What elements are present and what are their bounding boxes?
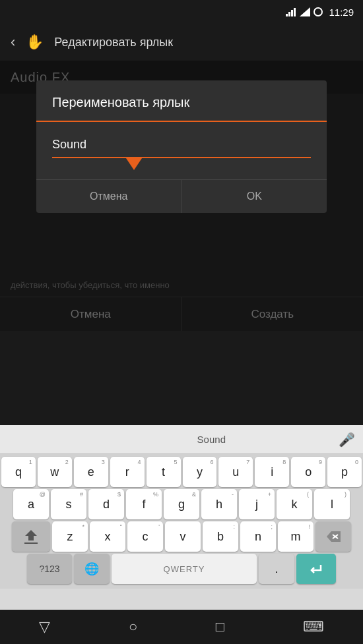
cancel-button[interactable]: Отмена [36, 180, 182, 213]
svg-marker-6 [25, 530, 37, 541]
enter-key[interactable] [296, 554, 336, 584]
back-icon[interactable]: ‹ [11, 34, 15, 51]
key-d[interactable]: $d [88, 489, 124, 519]
key-t[interactable]: 5t [147, 457, 181, 487]
key-z[interactable]: *z [52, 521, 88, 552]
suggestion-word[interactable]: Sound [84, 434, 339, 445]
dialog-input-area [36, 122, 327, 163]
dialog-title: Переименовать ярлык [36, 80, 327, 121]
key-row-1: 1q 2w 3e 4r 5t 6y 7u 8i 9o 0p [1, 457, 362, 487]
shift-icon [24, 529, 38, 541]
home-nav-icon[interactable]: ○ [129, 618, 137, 635]
svg-rect-0 [286, 14, 288, 16]
key-q[interactable]: 1q [1, 457, 36, 487]
num-key[interactable]: ?123 [27, 554, 72, 584]
svg-rect-1 [288, 12, 290, 16]
key-f[interactable]: %f [126, 489, 162, 519]
dot-key[interactable]: . [259, 554, 294, 584]
key-row-2: @a #s $d %f &g -h +j (k )l [1, 489, 362, 519]
space-key[interactable]: QWERTY [112, 554, 257, 584]
key-u[interactable]: 7u [218, 457, 253, 487]
keyboard-area: Sound 🎤 1q 2w 3e 4r 5t 6y 7u 8i 9o 0p @a… [0, 425, 363, 610]
backspace-icon [326, 531, 341, 542]
svg-marker-4 [300, 7, 310, 16]
mobile-signal-icon [300, 7, 310, 16]
key-h[interactable]: -h [201, 489, 237, 519]
key-p[interactable]: 0p [327, 457, 362, 487]
key-row-3: *z "x 'c v :b ;n !m [1, 521, 362, 552]
key-l[interactable]: )l [314, 489, 350, 519]
svg-rect-2 [291, 10, 293, 16]
rename-input[interactable] [52, 135, 311, 158]
key-n[interactable]: ;n [240, 521, 276, 552]
key-i[interactable]: 8i [255, 457, 289, 487]
enter-icon [309, 564, 323, 574]
key-g[interactable]: &g [164, 489, 199, 519]
rename-dialog: Переименовать ярлык Отмена OK [36, 80, 327, 213]
key-row-4: ?123 🌐 QWERTY . [1, 554, 362, 584]
suggestions-bar: Sound 🎤 [0, 425, 363, 454]
key-r[interactable]: 4r [110, 457, 145, 487]
back-nav-icon[interactable]: ▽ [39, 618, 50, 635]
dialog-overlay: Переименовать ярлык Отмена OK [0, 61, 363, 331]
top-nav: ‹ ✋ Редактировать ярлык [0, 24, 363, 61]
key-b[interactable]: :b [203, 521, 238, 552]
status-icons: 11:29 [286, 7, 354, 18]
shift-key[interactable] [12, 521, 50, 552]
ok-button[interactable]: OK [182, 180, 327, 213]
key-o[interactable]: 9o [291, 457, 325, 487]
key-a[interactable]: @a [13, 489, 49, 519]
page-title: Редактировать ярлык [54, 36, 173, 49]
mic-icon[interactable]: 🎤 [339, 432, 355, 448]
key-m[interactable]: !m [278, 521, 314, 552]
status-time: 11:29 [329, 7, 354, 18]
cursor-indicator [126, 158, 142, 170]
key-v[interactable]: v [165, 521, 201, 552]
key-y[interactable]: 6y [183, 457, 217, 487]
keyboard-nav-icon[interactable]: ⌨ [303, 618, 324, 635]
key-c[interactable]: 'c [127, 521, 163, 552]
globe-key[interactable]: 🌐 [74, 554, 110, 584]
status-bar: 11:29 [0, 0, 363, 24]
app-background: Audio FX Переименовать ярлык Отмена OK д… [0, 61, 363, 331]
key-w[interactable]: 2w [38, 457, 72, 487]
svg-rect-3 [294, 8, 296, 16]
dialog-buttons: Отмена OK [36, 179, 327, 213]
keyboard-rows: 1q 2w 3e 4r 5t 6y 7u 8i 9o 0p @a #s $d %… [0, 454, 363, 589]
key-k[interactable]: (k [277, 489, 312, 519]
key-j[interactable]: +j [239, 489, 275, 519]
sync-icon [314, 7, 323, 16]
svg-point-5 [314, 8, 322, 16]
key-s[interactable]: #s [51, 489, 86, 519]
hand-icon: ✋ [26, 34, 44, 51]
bottom-nav: ▽ ○ □ ⌨ [0, 610, 363, 644]
signal-icon [286, 7, 296, 16]
backspace-key[interactable] [315, 521, 351, 552]
key-x[interactable]: "x [90, 521, 125, 552]
recents-nav-icon[interactable]: □ [216, 618, 224, 635]
key-e[interactable]: 3e [74, 457, 108, 487]
